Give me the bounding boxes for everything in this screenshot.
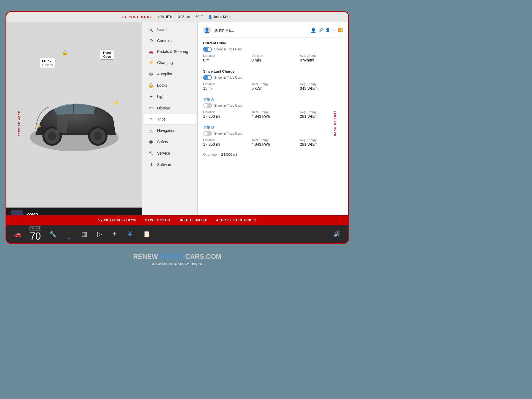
apps-button[interactable]: ▦ — [79, 229, 89, 239]
trip-b-toggle-label: Show in Trips Card — [214, 132, 242, 135]
user-avatar: 👤 — [203, 26, 211, 34]
display-label: Display — [157, 106, 170, 110]
locks-label: Locks — [157, 83, 167, 88]
menu-item-safety[interactable]: ◉ Safety — [144, 136, 196, 147]
navigation-label: Navigation — [157, 128, 175, 133]
navigation-icon: △ — [148, 128, 154, 133]
car-panel: SERVICE MODE Frunk Opened 🔓 Trunk Open ⚡ — [6, 22, 142, 225]
search-icon: 🔍 — [148, 27, 153, 32]
autopilot-label: Autopilot — [157, 72, 172, 76]
volume-button[interactable]: 🔊 — [331, 229, 343, 239]
detail-panel: 👤 Justin Ma... 👤 🔗 👤 ⚙ 📶 Current Drive S… — [198, 22, 348, 225]
locks-icon: 🔒 — [148, 83, 154, 88]
watermark: RENEWSPORTSCARS.COM — [133, 253, 222, 260]
trip-a-distance: Distance 17,250 mi — [203, 110, 246, 119]
trunk-status: Open — [103, 55, 112, 58]
software-label: Software — [157, 162, 172, 167]
wrench-button[interactable]: 🔧 — [47, 229, 59, 239]
current-drive-distance: Distance 0 mi — [203, 54, 246, 62]
trunk-label: Trunk Open — [100, 50, 114, 60]
temperature-display: 50°F — [196, 15, 203, 19]
menu-item-charging[interactable]: ⚡ Charging — [144, 57, 196, 68]
battery-percent: 40% — [158, 15, 165, 19]
slc-total-energy-label: Total Energy — [252, 82, 295, 86]
charging-bolt-icon: ⚡ — [113, 99, 120, 106]
cars-text: CARS.COM — [185, 253, 222, 260]
outer-frame: SERVICE MODE 40% 10:35 am 50°F 👤 Justin … — [6, 11, 349, 244]
current-drive-duration-label: Duration — [252, 54, 295, 57]
menu-item-locks[interactable]: 🔒 Locks — [144, 80, 196, 91]
menu-item-controls[interactable]: ⊙ Controls — [144, 35, 196, 46]
gear-icon: ⚙ — [332, 28, 336, 33]
wrench-icon: 🔧 — [49, 231, 57, 238]
trip-b-avg-energy-label: Avg. Energy — [300, 138, 343, 142]
menu-item-software[interactable]: ⬇ Software — [144, 159, 196, 170]
since-last-charge-toggle-label: Show in Trips Card — [214, 76, 242, 80]
taskbar: 🚗 Manual 70 🔧 ··· ▦ ▷ ✦ ⌘ 📋 🔊 — [6, 225, 348, 243]
divider-2 — [203, 94, 343, 94]
slc-avg-energy-value: 343 Wh/mi — [300, 86, 343, 91]
current-drive-energy-label: Avg. Energy — [300, 54, 343, 57]
service-mode-right: SERVICE MODE — [334, 111, 337, 137]
menu-item-pedals[interactable]: 🚗 Pedals & Steering — [144, 47, 196, 57]
trip-a-total-energy-label: Total Energy — [252, 110, 295, 114]
trip-a-stats: Distance 17,250 mi Total Energy 4,843 kW… — [203, 110, 343, 119]
since-last-charge-toggle[interactable] — [203, 75, 212, 80]
memo-button[interactable]: 📋 — [141, 229, 153, 239]
service-mode-side-label: SERVICE MODE — [18, 111, 21, 137]
user-header: 👤 Justin Ma... 👤 🔗 👤 ⚙ 📶 — [203, 26, 343, 38]
lock-icon: 🔓 — [62, 50, 68, 56]
current-drive-toggle[interactable] — [203, 47, 212, 52]
car-icon-taskbar[interactable]: 🚗 — [12, 229, 24, 239]
search-item[interactable]: 🔍 Search — [144, 25, 196, 35]
pedals-label: Pedals & Steering — [157, 49, 188, 54]
time-display: 10:35 am — [176, 15, 190, 19]
service-icon: 🔧 — [148, 150, 154, 156]
current-drive-energy: Avg. Energy 0 Wh/mi — [300, 54, 343, 62]
trip-b-toggle-row: Show in Trips Card — [203, 131, 343, 136]
bluetooth-button[interactable]: ⌘ — [125, 229, 135, 239]
menu-item-display[interactable]: ▭ Display — [144, 103, 196, 113]
menu-item-trips[interactable]: ∞ Trips — [144, 114, 196, 124]
trip-b-avg-energy-value: 281 Wh/mi — [300, 142, 343, 147]
pedals-icon: 🚗 — [148, 50, 154, 54]
current-drive-distance-value: 0 mi — [203, 58, 246, 62]
odometer-label: Odometer — [203, 153, 218, 157]
main-content: SERVICE MODE Frunk Opened 🔓 Trunk Open ⚡ — [6, 22, 348, 225]
memo-icon: 📋 — [143, 231, 150, 238]
autopilot-icon: ◎ — [148, 71, 154, 76]
colorful-icon: ✦ — [112, 231, 117, 238]
user-display: 👤 Justin Martin — [208, 15, 232, 19]
bottom-info: 000-38680220 · 02/05/2024 · IAA Inc. — [152, 262, 203, 265]
link-icon: 🔗 — [318, 28, 323, 33]
trip-b-toggle[interactable] — [203, 131, 212, 136]
trips-label: Trips — [157, 117, 166, 121]
media-icon: ▷ — [97, 231, 102, 238]
menu-item-navigation[interactable]: △ Navigation — [144, 125, 196, 136]
current-drive-toggle-row: Show in Trips Card — [203, 47, 343, 52]
user-icon-2: 👤 — [325, 28, 330, 33]
since-last-charge-toggle-row: Show in Trips Card — [203, 75, 343, 80]
trip-b-avg-energy: Avg. Energy 281 Wh/mi — [300, 138, 343, 147]
user-name-detail: Justin Ma... — [214, 28, 234, 32]
menu-item-service[interactable]: 🔧 Service — [144, 148, 196, 158]
slc-distance-value: 15 mi — [203, 86, 246, 91]
service-label: Service — [157, 151, 170, 155]
signal-icon: 📶 — [338, 28, 343, 33]
profile-icon: 👤 — [311, 28, 316, 33]
slc-total-energy: Total Energy 5 kWh — [252, 82, 295, 91]
trip-a-header: Trip A — [203, 97, 343, 101]
current-drive-toggle-label: Show in Trips Card — [214, 47, 242, 51]
menu-item-lights[interactable]: ✦ Lights — [144, 91, 196, 102]
notification-dot — [68, 238, 70, 239]
frunk-label: Frunk Opened — [40, 58, 55, 68]
dots-button[interactable]: ··· — [64, 228, 74, 241]
since-last-charge-header: Since Last Charge — [203, 69, 343, 73]
colorful-button[interactable]: ✦ — [110, 229, 119, 239]
speed-indicator: Manual 70 — [29, 226, 41, 242]
menu-item-autopilot[interactable]: ◎ Autopilot — [144, 68, 196, 79]
trip-b-distance: Distance 17,250 mi — [203, 138, 246, 147]
software-icon: ⬇ — [148, 162, 154, 167]
trip-a-toggle[interactable] — [203, 103, 212, 108]
media-button[interactable]: ▷ — [95, 229, 104, 239]
